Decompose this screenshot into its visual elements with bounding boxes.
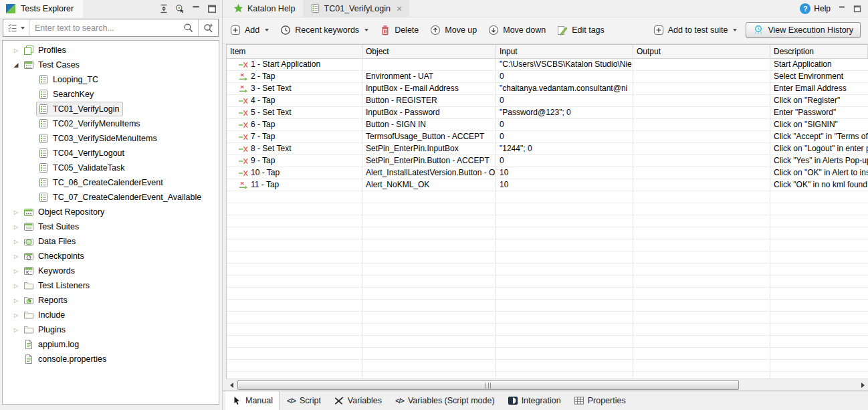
tab-integration[interactable]: Integration	[502, 391, 568, 410]
tree-item-reports[interactable]: ▷Reports	[3, 293, 219, 308]
add-to-test-suite-dropdown-caret[interactable]	[733, 29, 737, 31]
advanced-search-button[interactable]	[198, 19, 218, 36]
delete-button[interactable]: Delete	[380, 25, 419, 35]
collapse-all-icon[interactable]	[159, 4, 169, 13]
table-row-empty[interactable]	[227, 203, 868, 215]
tree-item-profiles[interactable]: ▷Profiles	[3, 43, 219, 58]
table-row-empty[interactable]	[227, 264, 868, 276]
edit-tags-button[interactable]: Edit tags	[557, 25, 605, 35]
table-row-step-8[interactable]: 8 - Set TextSetPin_EnterPin.InputBox"124…	[227, 143, 868, 155]
table-row-empty[interactable]	[227, 300, 868, 312]
tree-item-tc04-verifylogout[interactable]: TC04_VerifyLogout	[3, 146, 219, 161]
column-header-output[interactable]: Output	[633, 45, 770, 58]
expander-collapsed-icon[interactable]: ▷	[11, 283, 21, 289]
table-row-empty[interactable]	[227, 276, 868, 288]
table-row-empty[interactable]	[227, 324, 868, 336]
tree-item-checkpoints[interactable]: ▷Checkpoints	[3, 249, 219, 264]
maximize-editor-icon[interactable]	[853, 5, 861, 13]
close-icon[interactable]: ×	[397, 4, 402, 13]
tree-item-test-listeners[interactable]: ▷Test Listeners	[3, 278, 219, 293]
tree-item-test-cases[interactable]: ◢Test Cases	[3, 58, 219, 72]
tab-variables-script-mode[interactable]: </> Variables (Script mode)	[389, 391, 502, 410]
tab-manual[interactable]: Manual	[225, 391, 280, 410]
view-execution-history-button[interactable]: View Execution History	[746, 22, 861, 38]
tab-variables[interactable]: Variables	[328, 391, 389, 410]
expander-expanded-icon[interactable]: ◢	[11, 62, 21, 68]
tree-item-tc-06-createcalenderevent[interactable]: TC_06_CreateCalenderEvent	[3, 175, 219, 190]
table-row-step-10[interactable]: 10 - TapAlert_InstallLatestVersion.Butto…	[227, 167, 868, 179]
tree-item-plugins[interactable]: ▷Plugins	[3, 322, 219, 337]
tree-item-searchkey[interactable]: SearchKey	[3, 87, 219, 102]
tree-item-tc03-verifysidemenuitems[interactable]: TC03_VerifySideMenuItems	[3, 131, 219, 146]
minimize-editor-icon[interactable]	[838, 5, 846, 13]
tree-item-looping-tc[interactable]: Looping_TC	[3, 72, 219, 87]
tab-tc01-verifylogin[interactable]: TC01_VerifyLogin ×	[303, 0, 410, 17]
move-down-button[interactable]: Move down	[488, 25, 546, 35]
tree-item-include[interactable]: ▷Include	[3, 308, 219, 322]
add-to-test-suite-button[interactable]: Add to test suite	[653, 25, 738, 35]
link-with-editor-icon[interactable]	[175, 4, 185, 13]
tab-script[interactable]: </> Script	[280, 391, 328, 410]
expander-collapsed-icon[interactable]: ▷	[11, 298, 21, 304]
table-row-empty[interactable]	[227, 336, 868, 348]
tree-item-test-suites[interactable]: ▷Test Suites	[3, 219, 219, 234]
column-header-object[interactable]: Object	[362, 45, 496, 58]
help-button[interactable]: ? Help	[800, 3, 831, 14]
tab-katalon-help[interactable]: Katalon Help	[226, 0, 303, 17]
filter-dropdown-caret[interactable]	[21, 27, 25, 29]
tree-item-tc01-verifylogin[interactable]: TC01_VerifyLogin	[3, 102, 219, 116]
table-row-empty[interactable]	[227, 215, 868, 227]
recent-keywords-button[interactable]: Recent keywords	[280, 25, 368, 35]
minimize-view-icon[interactable]	[191, 4, 201, 13]
expander-collapsed-icon[interactable]: ▷	[11, 224, 21, 230]
table-row-empty[interactable]	[227, 251, 868, 264]
tree-item-appium-log[interactable]: appium.log	[3, 337, 219, 352]
tree-item-object-repository[interactable]: ▷Object Repository	[3, 205, 219, 219]
column-header-input[interactable]: Input	[496, 45, 633, 58]
add-dropdown-caret[interactable]	[265, 29, 269, 31]
expander-collapsed-icon[interactable]: ▷	[11, 209, 21, 215]
table-row-empty[interactable]	[227, 348, 868, 360]
tree-item-tc-07-createcalenderevent-available[interactable]: TC_07_CreateCalenderEvent_Available	[3, 190, 219, 205]
table-row-step-7[interactable]: 7 - TapTermsofUsage_Button - ACCEPT0Clic…	[227, 131, 868, 143]
table-row-empty[interactable]	[227, 227, 868, 239]
tree-item-tc02-verifymenuitems[interactable]: TC02_VerifyMenuItems	[3, 116, 219, 131]
scroll-right-arrow[interactable]	[857, 379, 868, 391]
move-up-button[interactable]: Move up	[430, 25, 477, 35]
search-input[interactable]	[29, 19, 179, 36]
expander-collapsed-icon[interactable]: ▷	[11, 47, 21, 54]
table-row-step-6[interactable]: 6 - TapButton - SIGN IN0Click on "SIGNIN…	[227, 119, 868, 131]
tab-properties[interactable]: Properties	[568, 391, 633, 410]
table-row-step-2[interactable]: 2 - TapEnvironment - UAT0Select Environm…	[227, 71, 868, 83]
table-row-empty[interactable]	[227, 372, 868, 379]
table-row-step-1[interactable]: 1 - Start Application"C:\Users\VSCBS\Kat…	[227, 59, 868, 71]
table-row-step-5[interactable]: 5 - Set TextInputBox - Password"Password…	[227, 107, 868, 119]
tab-tests-explorer[interactable]: Tests Explorer	[0, 0, 83, 17]
expander-collapsed-icon[interactable]: ▷	[11, 327, 21, 333]
add-button[interactable]: Add	[230, 25, 269, 35]
table-row-empty[interactable]	[227, 312, 868, 324]
table-row-empty[interactable]	[227, 191, 868, 203]
recent-keywords-dropdown-caret[interactable]	[364, 29, 368, 31]
table-row-empty[interactable]	[227, 288, 868, 300]
table-row-step-4[interactable]: 4 - TapButton - REGISTER0Click on "Regis…	[227, 95, 868, 107]
tree-item-keywords[interactable]: ▷Keywords	[3, 264, 219, 278]
column-header-item[interactable]: Item	[227, 45, 362, 58]
tree-item-data-files[interactable]: ▷Data Files	[3, 234, 219, 249]
expander-collapsed-icon[interactable]: ▷	[11, 239, 21, 245]
tree-item-tc05-validatetask[interactable]: TC05_ValidateTask	[3, 161, 219, 175]
tree-item-console-properties[interactable]: console.properties	[3, 352, 219, 367]
table-row-step-3[interactable]: 3 - Set TextInputBox - E-mail Address"ch…	[227, 83, 868, 95]
table-row-empty[interactable]	[227, 360, 868, 372]
search-filter-button[interactable]	[3, 19, 29, 36]
expander-collapsed-icon[interactable]: ▷	[11, 268, 21, 274]
scrollbar-thumb[interactable]	[237, 380, 739, 390]
search-button[interactable]	[179, 19, 198, 36]
table-row-step-9[interactable]: 9 - TapSetPin_EnterPin.Button - ACCEPT0C…	[227, 155, 868, 167]
table-row-step-11[interactable]: 11 - TapAlert_NoKML_OK10Click "OK" in no…	[227, 179, 868, 191]
column-header-description[interactable]: Description	[770, 45, 868, 58]
expander-collapsed-icon[interactable]: ▷	[11, 312, 21, 318]
maximize-view-icon[interactable]	[207, 4, 217, 13]
horizontal-scrollbar[interactable]	[226, 379, 868, 391]
expander-collapsed-icon[interactable]: ▷	[11, 253, 21, 260]
